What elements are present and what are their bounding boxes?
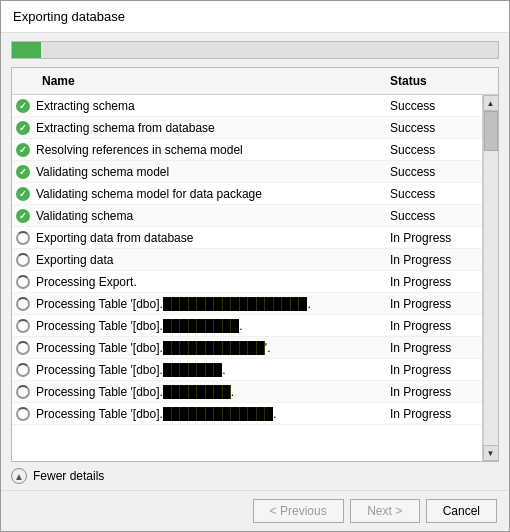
progress-bar-container xyxy=(11,41,499,59)
table-row: Exporting data In Progress xyxy=(12,249,482,271)
previous-button[interactable]: < Previous xyxy=(253,499,344,523)
row-name: Resolving references in schema model xyxy=(34,141,382,159)
redacted-table-name: █████████████████ xyxy=(163,297,308,311)
table-header: Name Status xyxy=(12,68,498,95)
row-icon xyxy=(12,341,34,355)
row-name: Exporting data xyxy=(34,251,382,269)
row-status: In Progress xyxy=(382,339,482,357)
row-status: Success xyxy=(382,141,482,159)
row-status: Success xyxy=(382,119,482,137)
table-row: ✓ Extracting schema Success xyxy=(12,95,482,117)
header-icon-spacer xyxy=(12,72,34,90)
row-status: In Progress xyxy=(382,229,482,247)
row-status: In Progress xyxy=(382,273,482,291)
col-scroll-spacer xyxy=(482,72,498,90)
table-row: Exporting data from database In Progress xyxy=(12,227,482,249)
scrollbar-track[interactable] xyxy=(483,111,498,445)
row-icon xyxy=(12,407,34,421)
row-name: Exporting data from database xyxy=(34,229,382,247)
row-icon xyxy=(12,319,34,333)
table-row: ✓ Resolving references in schema model S… xyxy=(12,139,482,161)
row-name: Processing Table '[dbo].████████████'. xyxy=(34,339,382,357)
row-name: Extracting schema xyxy=(34,97,382,115)
col-name-header: Name xyxy=(34,72,382,90)
table-row: Processing Table '[dbo].█████████. In Pr… xyxy=(12,315,482,337)
table-row: Processing Table '[dbo].████████████████… xyxy=(12,293,482,315)
row-name: Processing Table '[dbo].█████████. xyxy=(34,317,382,335)
dialog-footer: < Previous Next > Cancel xyxy=(1,490,509,531)
table-row: ✓ Validating schema Success xyxy=(12,205,482,227)
row-icon xyxy=(12,275,34,289)
row-name: Processing Table '[dbo].████████████████… xyxy=(34,295,382,313)
table-row: ✓ Validating schema model Success xyxy=(12,161,482,183)
row-name: Validating schema xyxy=(34,207,382,225)
progress-icon xyxy=(16,231,30,245)
row-status: In Progress xyxy=(382,295,482,313)
row-icon: ✓ xyxy=(12,209,34,223)
row-status: In Progress xyxy=(382,383,482,401)
row-status: In Progress xyxy=(382,317,482,335)
row-name: Processing Table '[dbo].███████. xyxy=(34,361,382,379)
table-wrapper: ✓ Extracting schema Success ✓ Extracting… xyxy=(12,95,498,461)
export-dialog: Exporting database Name Status ✓ Extract… xyxy=(0,0,510,532)
row-icon xyxy=(12,253,34,267)
row-icon: ✓ xyxy=(12,99,34,113)
cancel-button[interactable]: Cancel xyxy=(426,499,497,523)
redacted-table-name: █████████ xyxy=(163,319,240,333)
scrollbar-up-arrow[interactable]: ▲ xyxy=(483,95,499,111)
table-row: Processing Table '[dbo].███████. In Prog… xyxy=(12,359,482,381)
table-row: ✓ Extracting schema from database Succes… xyxy=(12,117,482,139)
row-status: In Progress xyxy=(382,251,482,269)
progress-bar-fill xyxy=(12,42,41,58)
row-status: In Progress xyxy=(382,361,482,379)
col-status-header: Status xyxy=(382,72,482,90)
progress-icon xyxy=(16,275,30,289)
scrollbar-down-arrow[interactable]: ▼ xyxy=(483,445,499,461)
row-name: Processing Table '[dbo].████████. xyxy=(34,383,382,401)
next-button[interactable]: Next > xyxy=(350,499,420,523)
row-name: Processing Table '[dbo].█████████████. xyxy=(34,405,382,423)
redacted-table-name: ███████ xyxy=(163,363,223,377)
row-icon xyxy=(12,297,34,311)
fewer-details-icon: ▲ xyxy=(11,468,27,484)
fewer-details-button[interactable]: ▲ Fewer details xyxy=(1,462,509,490)
success-icon: ✓ xyxy=(16,165,30,179)
row-name: Validating schema model xyxy=(34,163,382,181)
scrollbar-thumb[interactable] xyxy=(484,111,498,151)
success-icon: ✓ xyxy=(16,143,30,157)
dialog-title: Exporting database xyxy=(1,1,509,33)
progress-icon xyxy=(16,341,30,355)
row-status: Success xyxy=(382,97,482,115)
success-icon: ✓ xyxy=(16,99,30,113)
progress-icon xyxy=(16,363,30,377)
progress-icon xyxy=(16,407,30,421)
progress-icon xyxy=(16,385,30,399)
row-icon xyxy=(12,385,34,399)
table-row: Processing Table '[dbo].█████████████. I… xyxy=(12,403,482,425)
row-status: Success xyxy=(382,163,482,181)
row-icon: ✓ xyxy=(12,165,34,179)
row-name: Validating schema model for data package xyxy=(34,185,382,203)
row-status: In Progress xyxy=(382,405,482,423)
fewer-details-label: Fewer details xyxy=(33,469,104,483)
success-icon: ✓ xyxy=(16,209,30,223)
row-status: Success xyxy=(382,207,482,225)
table-rows-area: ✓ Extracting schema Success ✓ Extracting… xyxy=(12,95,482,461)
redacted-table-name: █████████████ xyxy=(163,407,274,421)
table-row: ✓ Validating schema model for data packa… xyxy=(12,183,482,205)
success-icon: ✓ xyxy=(16,187,30,201)
row-name: Extracting schema from database xyxy=(34,119,382,137)
progress-icon xyxy=(16,253,30,267)
row-name: Processing Export. xyxy=(34,273,382,291)
table-area: Name Status ✓ Extracting schema Success … xyxy=(11,67,499,462)
redacted-table-name: ████████████ xyxy=(163,341,265,355)
progress-icon xyxy=(16,297,30,311)
row-icon xyxy=(12,363,34,377)
redacted-table-name: ████████ xyxy=(163,385,231,399)
row-icon: ✓ xyxy=(12,121,34,135)
row-status: Success xyxy=(382,185,482,203)
table-row: Processing Table '[dbo].████████. In Pro… xyxy=(12,381,482,403)
row-icon: ✓ xyxy=(12,143,34,157)
scrollbar[interactable]: ▲ ▼ xyxy=(482,95,498,461)
progress-icon xyxy=(16,319,30,333)
